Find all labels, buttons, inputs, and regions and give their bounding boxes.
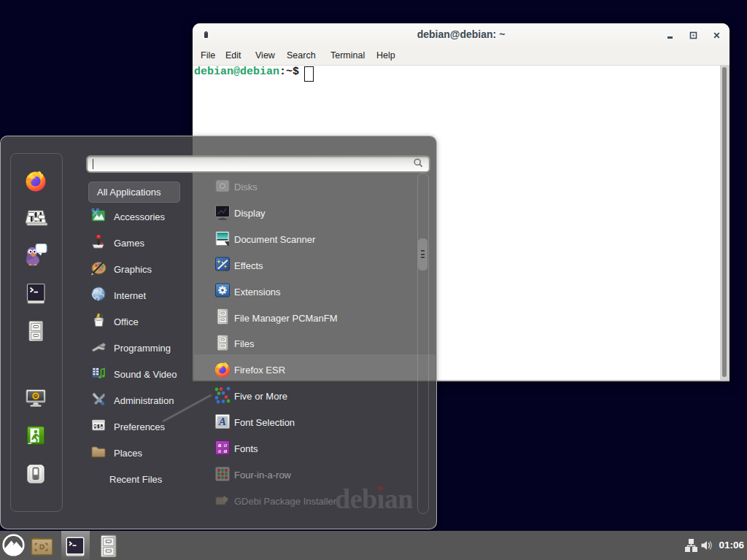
svg-text:a: a [218,447,221,454]
svg-text:a: a [223,447,227,454]
svg-text:A: A [217,416,225,427]
